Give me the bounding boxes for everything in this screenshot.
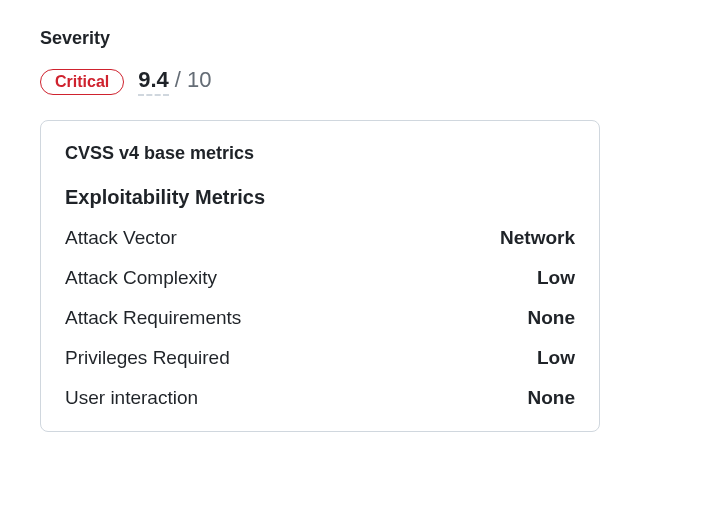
exploitability-section-title: Exploitability Metrics <box>65 186 575 209</box>
metric-row: Attack Vector Network <box>65 227 575 249</box>
cvss-metrics-card: CVSS v4 base metrics Exploitability Metr… <box>40 120 600 432</box>
metric-row: Attack Complexity Low <box>65 267 575 289</box>
severity-score: 9.4 / 10 <box>138 67 211 96</box>
severity-score-value: 9.4 <box>138 67 169 96</box>
metric-value-attack-complexity: Low <box>537 267 575 289</box>
metric-row: Privileges Required Low <box>65 347 575 369</box>
severity-score-separator: / <box>175 67 181 93</box>
metric-label-privileges-required: Privileges Required <box>65 347 230 369</box>
metric-label-attack-vector: Attack Vector <box>65 227 177 249</box>
metric-row: Attack Requirements None <box>65 307 575 329</box>
metric-label-attack-complexity: Attack Complexity <box>65 267 217 289</box>
severity-score-max: 10 <box>187 67 211 93</box>
metric-value-privileges-required: Low <box>537 347 575 369</box>
metric-label-user-interaction: User interaction <box>65 387 198 409</box>
metric-label-attack-requirements: Attack Requirements <box>65 307 241 329</box>
metric-value-attack-requirements: None <box>528 307 576 329</box>
severity-badge: Critical <box>40 69 124 95</box>
severity-summary-row: Critical 9.4 / 10 <box>40 67 662 96</box>
metric-value-attack-vector: Network <box>500 227 575 249</box>
severity-heading: Severity <box>40 28 662 49</box>
cvss-card-title: CVSS v4 base metrics <box>65 143 575 164</box>
metric-row: User interaction None <box>65 387 575 409</box>
metric-value-user-interaction: None <box>528 387 576 409</box>
